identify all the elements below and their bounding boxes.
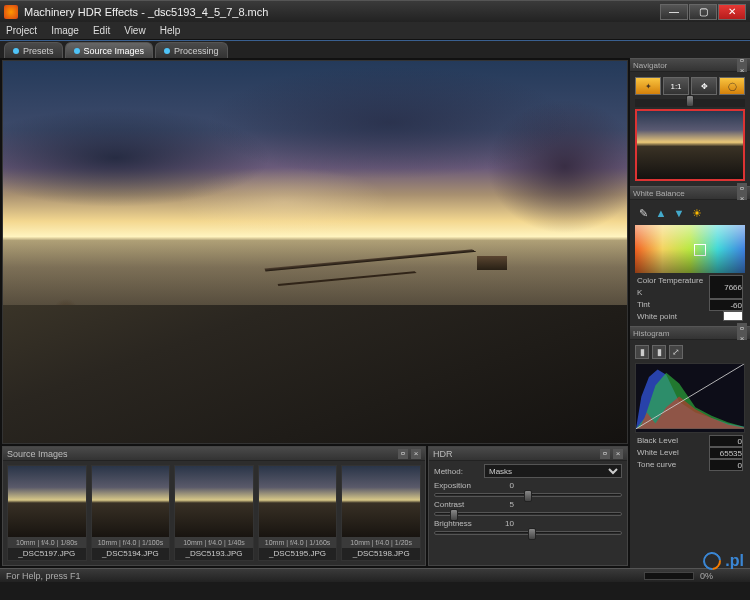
tint-label: Tint xyxy=(637,299,650,311)
whitepoint-swatch[interactable] xyxy=(723,311,743,321)
menu-view[interactable]: View xyxy=(124,25,146,36)
colortemp-label: Color Temperature K xyxy=(637,275,709,299)
viewport-dockend xyxy=(477,256,507,270)
tab-processing[interactable]: Processing xyxy=(155,42,228,58)
ratio-button[interactable]: 1:1 xyxy=(663,77,689,95)
method-select[interactable]: Masks xyxy=(484,464,622,478)
pan-button[interactable]: ✥ xyxy=(691,77,717,95)
thumbnail-strip: 10mm | f/4.0 | 1/80s_DSC5197.JPG 10mm | … xyxy=(3,461,425,565)
menu-edit[interactable]: Edit xyxy=(93,25,110,36)
thumb-image xyxy=(8,466,86,537)
navigator-thumbnail[interactable] xyxy=(635,109,745,181)
gear-button[interactable]: ◯ xyxy=(719,77,745,95)
wb-warm-icon[interactable]: ▼ xyxy=(672,206,686,220)
panel-title: Source Images xyxy=(7,449,68,459)
panel-title: HDR xyxy=(433,449,453,459)
tone-curve-input[interactable] xyxy=(709,459,743,471)
tab-dot-icon xyxy=(74,48,80,54)
thumb-meta: 10mm | f/4.0 | 1/100s xyxy=(92,537,170,548)
tone-curve-label: Tone curve xyxy=(637,459,676,471)
source-images-header: Source Images ¤× xyxy=(3,447,425,461)
panel-title: Histogram xyxy=(633,329,669,338)
fit-button[interactable]: ✦ xyxy=(635,77,661,95)
white-level-label: White Level xyxy=(637,447,679,459)
white-balance-header: White Balance ¤× xyxy=(630,186,750,200)
source-images-panel: Source Images ¤× 10mm | f/4.0 | 1/80s_DS… xyxy=(2,446,426,566)
window-controls: — ▢ ✕ xyxy=(660,4,746,20)
thumb-meta: 10mm | f/4.0 | 1/40s xyxy=(175,537,253,548)
histogram-body: ▮ ▮ ⤢ Black Level White Level Tone curve xyxy=(630,340,750,474)
panel-pin-button[interactable]: ¤ xyxy=(398,449,408,459)
panel-pin-button[interactable]: ¤ xyxy=(600,449,610,459)
tab-label: Source Images xyxy=(84,46,145,56)
tone-curve-icon[interactable]: ⤢ xyxy=(669,345,683,359)
app-icon xyxy=(4,5,18,19)
zoom-slider[interactable] xyxy=(635,99,745,107)
thumb-item[interactable]: 10mm | f/4.0 | 1/20s_DSC5198.JPG xyxy=(341,465,421,561)
thumb-item[interactable]: 10mm | f/4.0 | 1/80s_DSC5197.JPG xyxy=(7,465,87,561)
hdr-body: Method: Masks Exposition 0 Contrast 5 Br xyxy=(429,461,627,565)
tab-dot-icon xyxy=(13,48,19,54)
panel-close-button[interactable]: × xyxy=(411,449,421,459)
thumb-meta: 10mm | f/4.0 | 1/20s xyxy=(342,537,420,548)
hdr-method-row: Method: Masks xyxy=(434,464,622,478)
panel-title: White Balance xyxy=(633,189,685,198)
menu-project[interactable]: Project xyxy=(6,25,37,36)
image-viewport[interactable] xyxy=(2,60,628,444)
watermark-text: .pl xyxy=(725,552,744,570)
thumb-item[interactable]: 10mm | f/4.0 | 1/160s_DSC5195.JPG xyxy=(258,465,338,561)
brightness-value: 10 xyxy=(484,519,514,528)
statusbar: For Help, press F1 0% xyxy=(0,568,750,582)
viewport-clouds xyxy=(3,61,627,237)
main-tabs: Presets Source Images Processing xyxy=(0,40,750,58)
hist-luma-icon[interactable]: ▮ xyxy=(652,345,666,359)
menu-help[interactable]: Help xyxy=(160,25,181,36)
sun-icon[interactable]: ☀ xyxy=(690,206,704,220)
hdr-header: HDR ¤× xyxy=(429,447,627,461)
tab-presets[interactable]: Presets xyxy=(4,42,63,58)
tint-input[interactable] xyxy=(709,299,743,311)
exposition-value: 0 xyxy=(484,481,514,490)
main-area: Source Images ¤× 10mm | f/4.0 | 1/80s_DS… xyxy=(0,58,750,568)
method-label: Method: xyxy=(434,467,480,476)
histogram-header: Histogram ¤× xyxy=(630,326,750,340)
close-button[interactable]: ✕ xyxy=(718,4,746,20)
thumb-item[interactable]: 10mm | f/4.0 | 1/100s_DSC5194.JPG xyxy=(91,465,171,561)
panel-pin-button[interactable]: ¤ xyxy=(737,183,747,193)
thumb-filename: _DSC5198.JPG xyxy=(342,548,420,560)
brightness-slider[interactable] xyxy=(434,531,622,535)
progress-text: 0% xyxy=(700,571,713,581)
histogram-chart[interactable] xyxy=(635,363,745,433)
hist-rgb-icon[interactable]: ▮ xyxy=(635,345,649,359)
panel-pin-button[interactable]: ¤ xyxy=(737,323,747,333)
thumb-meta: 10mm | f/4.0 | 1/80s xyxy=(8,537,86,548)
panel-close-button[interactable]: × xyxy=(613,449,623,459)
tab-label: Processing xyxy=(174,46,219,56)
viewport-foreground xyxy=(3,305,627,443)
maximize-button[interactable]: ▢ xyxy=(689,4,717,20)
thumb-filename: _DSC5193.JPG xyxy=(175,548,253,560)
tab-dot-icon xyxy=(164,48,170,54)
progress-area: 0% xyxy=(644,571,744,581)
brightness-row: Brightness 10 xyxy=(434,519,622,528)
tab-source-images[interactable]: Source Images xyxy=(65,42,154,58)
exposition-slider[interactable] xyxy=(434,493,622,497)
thumb-image xyxy=(259,466,337,537)
white-balance-body: ✎ ▲ ▼ ☀ Color Temperature K Tint White p… xyxy=(630,200,750,326)
menu-image[interactable]: Image xyxy=(51,25,79,36)
thumb-item[interactable]: 10mm | f/4.0 | 1/40s_DSC5193.JPG xyxy=(174,465,254,561)
white-level-input[interactable] xyxy=(709,447,743,459)
minimize-button[interactable]: — xyxy=(660,4,688,20)
colortemp-input[interactable] xyxy=(709,275,743,299)
contrast-value: 5 xyxy=(484,500,514,509)
panel-pin-button[interactable]: ¤ xyxy=(737,58,747,65)
black-level-input[interactable] xyxy=(709,435,743,447)
contrast-label: Contrast xyxy=(434,500,480,509)
wb-cool-icon[interactable]: ▲ xyxy=(654,206,668,220)
eyedropper-icon[interactable]: ✎ xyxy=(636,206,650,220)
contrast-slider[interactable] xyxy=(434,512,622,516)
thumb-image xyxy=(342,466,420,537)
thumb-meta: 10mm | f/4.0 | 1/160s xyxy=(259,537,337,548)
wb-color-picker[interactable] xyxy=(635,225,745,273)
thumb-filename: _DSC5195.JPG xyxy=(259,548,337,560)
